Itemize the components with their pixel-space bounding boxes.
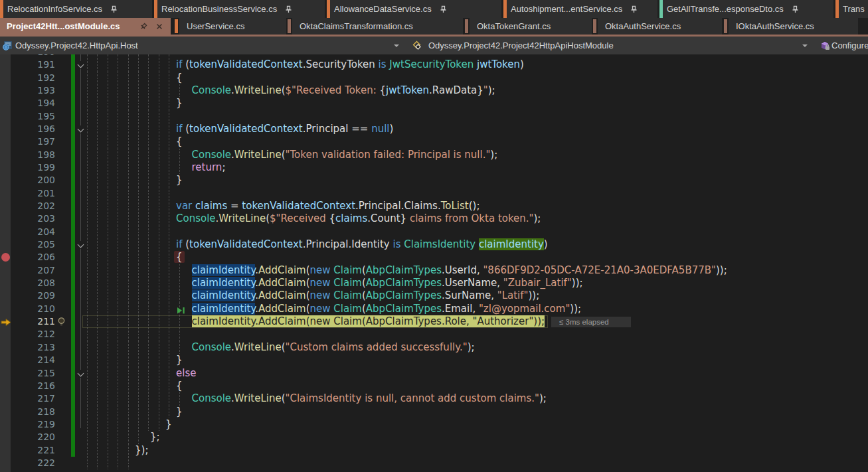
code-line-208[interactable]: 208claimIdentity.AddClaim(new Claim(AbpC… — [0, 277, 868, 289]
code-text: { — [87, 380, 183, 392]
tab-trans[interactable]: Trans — [835, 0, 868, 18]
tab-separator — [288, 19, 291, 33]
code-line-195[interactable]: 195 — [0, 110, 868, 123]
code-text: Console.WriteLine("Custom claims added s… — [87, 341, 475, 354]
tab-ioktaauthservice-cs[interactable]: IOktaAuthService.cs — [729, 18, 858, 35]
code-line-211[interactable]: 211claimIdentity.AddClaim(new Claim(AbpC… — [0, 315, 868, 328]
line-number[interactable]: 197 — [0, 135, 55, 148]
current-statement-arrow-icon — [1, 317, 11, 329]
code-line-194[interactable]: 194} — [0, 97, 868, 110]
code-line-203[interactable]: 203Console.WriteLine($"Received {claims.… — [0, 212, 868, 225]
tab-relocationbusinessservice-cs[interactable]: RelocationBusinessService.cs — [154, 0, 325, 18]
close-icon[interactable] — [156, 23, 163, 30]
code-line-212[interactable]: 212 — [0, 328, 868, 341]
line-number[interactable]: 210 — [0, 303, 55, 315]
tab-label: IOktaAuthService.cs — [736, 21, 814, 31]
code-line-206[interactable]: 206{ — [0, 251, 868, 264]
pin-icon[interactable] — [630, 5, 638, 13]
line-number[interactable]: 215 — [0, 367, 55, 380]
code-line-207[interactable]: 207claimIdentity.AddClaim(new Claim(AbpC… — [0, 264, 868, 277]
line-number[interactable]: 196 — [0, 123, 55, 135]
line-number[interactable]: 192 — [0, 72, 55, 84]
line-number[interactable]: 203 — [0, 212, 55, 225]
line-number[interactable]: 213 — [0, 341, 55, 354]
code-line-210[interactable]: 210claimIdentity.AddClaim(new Claim(AbpC… — [0, 303, 868, 315]
line-number[interactable]: 214 — [0, 354, 55, 366]
code-text: if (tokenValidatedContext.Principal.Iden… — [87, 238, 548, 251]
code-line-201[interactable]: 201 — [0, 187, 868, 200]
type-dropdown[interactable]: Odyssey.Project42.Project42HttpApiHostMo… — [428, 37, 614, 54]
code-line-213[interactable]: 213Console.WriteLine("Custom claims adde… — [0, 341, 868, 354]
tab-userservice-cs[interactable]: UserService.cs — [179, 18, 286, 35]
code-line-205[interactable]: 205if (tokenValidatedContext.Principal.I… — [0, 238, 868, 251]
tab-oktaclaimstransformation-cs[interactable]: OktaClaimsTransformation.cs — [292, 18, 463, 35]
line-number[interactable]: 207 — [0, 264, 55, 277]
code-line-196[interactable]: 196if (tokenValidatedContext.Principal =… — [0, 123, 868, 135]
code-line-199[interactable]: 199return; — [0, 161, 868, 174]
code-line-204[interactable]: 204 — [0, 226, 868, 238]
code-text: Console.WriteLine("ClaimsIdentity is nul… — [87, 392, 547, 405]
tab-getalltransfe-esponsedto-cs[interactable]: GetAllTransfe...esponseDto.cs — [659, 0, 833, 18]
pin-icon[interactable] — [110, 5, 118, 13]
line-number[interactable]: 193 — [0, 84, 55, 97]
project-dropdown[interactable]: Odyssey.Project42.HttpApi.Host — [15, 37, 138, 54]
code-line-222[interactable]: 222 — [0, 457, 868, 469]
type-dropdown-arrow-icon[interactable] — [802, 44, 808, 47]
line-number[interactable]: 222 — [0, 457, 55, 469]
line-number[interactable]: 209 — [0, 289, 55, 302]
fold-chevron-icon[interactable] — [76, 241, 85, 249]
code-line-218[interactable]: 218} — [0, 406, 868, 418]
tab-project42htt-ostmodule-cs[interactable]: Project42Htt...ostModule.cs — [0, 18, 171, 35]
line-number[interactable]: 221 — [0, 444, 55, 457]
line-number[interactable]: 205 — [0, 238, 55, 251]
tab-oktatokengrant-cs[interactable]: OktaTokenGrant.cs — [470, 18, 592, 35]
member-dropdown[interactable]: Configure — [831, 37, 868, 54]
code-text — [87, 226, 176, 238]
pin-icon[interactable] — [792, 5, 799, 13]
code-line-193[interactable]: 193Console.WriteLine($"Received Token: {… — [0, 84, 868, 97]
code-line-192[interactable]: 192{ — [0, 72, 868, 84]
line-number[interactable]: 219 — [0, 418, 55, 431]
project-dropdown-arrow-icon[interactable] — [394, 44, 399, 47]
code-line-215[interactable]: 215else — [0, 367, 868, 380]
code-line-202[interactable]: 202var claims = tokenValidatedContext.Pr… — [0, 200, 868, 212]
line-number[interactable]: 208 — [0, 277, 55, 289]
line-number[interactable]: 201 — [0, 187, 55, 200]
tab-allowancedataservice-cs[interactable]: AllowanceDataService.cs — [327, 0, 501, 18]
line-number[interactable]: 218 — [0, 406, 55, 418]
line-number[interactable]: 220 — [0, 431, 55, 443]
code-line-200[interactable]: 200} — [0, 174, 868, 187]
tab-autoshipment-entservice-cs[interactable]: Autoshipment...entService.cs — [503, 0, 657, 18]
line-number[interactable]: 191 — [0, 58, 55, 71]
code-line-214[interactable]: 214} — [0, 354, 868, 366]
code-line-221[interactable]: 221}); — [0, 444, 868, 457]
code-line-197[interactable]: 197{ — [0, 135, 868, 148]
code-line-209[interactable]: 209claimIdentity.AddClaim(new Claim(AbpC… — [0, 289, 868, 302]
line-number[interactable]: 199 — [0, 161, 55, 174]
code-line-191[interactable]: 191if (tokenValidatedContext.SecurityTok… — [0, 58, 868, 71]
line-number[interactable]: 195 — [0, 110, 55, 123]
line-number[interactable]: 204 — [0, 226, 55, 238]
fold-chevron-icon[interactable] — [76, 61, 85, 69]
line-number[interactable]: 200 — [0, 174, 55, 187]
pin-icon[interactable] — [440, 5, 447, 13]
line-number[interactable]: 198 — [0, 149, 55, 161]
line-number[interactable]: 217 — [0, 392, 55, 405]
line-number[interactable]: 202 — [0, 200, 55, 212]
line-number[interactable]: 216 — [0, 380, 55, 392]
code-line-219[interactable]: 219} — [0, 418, 868, 431]
fold-chevron-icon[interactable] — [76, 125, 85, 133]
pin-icon[interactable] — [285, 5, 292, 13]
tab-relocationinfoservice-cs[interactable]: RelocationInfoService.cs — [0, 0, 152, 18]
code-line-217[interactable]: 217Console.WriteLine("ClaimsIdentity is … — [0, 392, 868, 405]
tab-label: Autoshipment...entService.cs — [511, 4, 622, 14]
line-number[interactable]: 194 — [0, 97, 55, 110]
code-editor[interactable]: 190191if (tokenValidatedContext.Security… — [0, 54, 868, 472]
fold-chevron-icon[interactable] — [76, 370, 85, 378]
tab-oktaauthservice-cs[interactable]: OktaAuthService.cs — [598, 18, 722, 35]
pin-icon[interactable] — [139, 23, 147, 31]
code-line-216[interactable]: 216{ — [0, 380, 868, 392]
code-line-198[interactable]: 198Console.WriteLine("Token validation f… — [0, 149, 868, 161]
line-number[interactable]: 212 — [0, 328, 55, 341]
code-line-220[interactable]: 220}; — [0, 431, 868, 443]
